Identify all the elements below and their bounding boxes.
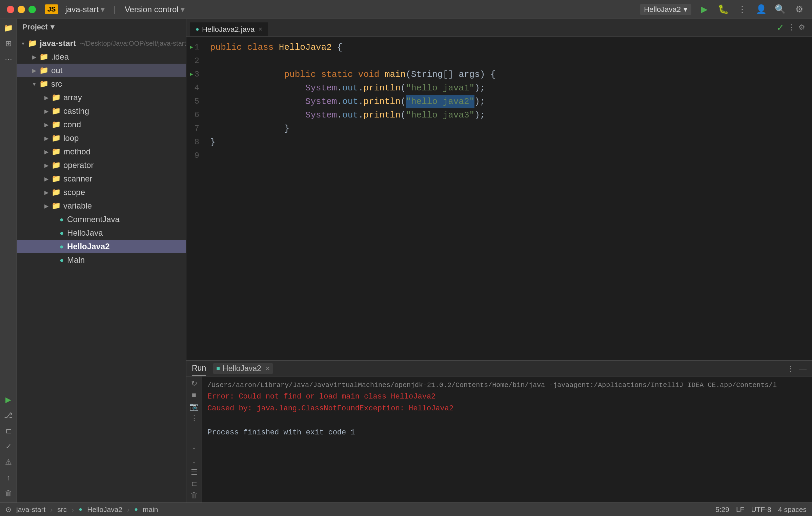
close-button[interactable] bbox=[7, 6, 14, 13]
activity-run-icon[interactable]: ▶ bbox=[2, 393, 15, 406]
stop-icon[interactable]: ■ bbox=[192, 391, 196, 400]
settings-icon[interactable]: ⋮ bbox=[190, 414, 198, 423]
code-editor[interactable]: ▶1 2 ▶3 4 💡5 6 7 8 9 public class HelloJ… bbox=[186, 37, 812, 360]
more-options-icon[interactable]: ⋮ bbox=[788, 23, 795, 32]
tree-item-Main[interactable]: ● Main bbox=[17, 253, 186, 267]
trash-icon[interactable]: 🗑 bbox=[190, 491, 198, 500]
project-selector[interactable]: java-start ▾ bbox=[65, 5, 105, 14]
activity-git2-icon[interactable]: ↑ bbox=[2, 471, 15, 484]
tree-item-operator[interactable]: ▶ 📁 operator bbox=[17, 158, 186, 172]
titlebar-right: HelloJava2 ▾ ▶ 🐛 ⋮ 👤 🔍 ⚙ bbox=[640, 3, 805, 16]
run-tab-close-button[interactable]: × bbox=[265, 364, 270, 373]
tree-item-HelloJava[interactable]: ● HelloJava bbox=[17, 226, 186, 240]
main-layout: 📁 ⊞ ⋯ ▶ ⎇ ⊏ ✓ ⚠ ↑ 🗑 Project ▾ ▾ 📁 java-s… bbox=[0, 19, 812, 502]
activity-git-icon[interactable]: ⎇ bbox=[2, 409, 15, 422]
tree-item-variable[interactable]: ▶ 📁 variable bbox=[17, 199, 186, 213]
output-process-done: Process finished with exit code 1 bbox=[207, 427, 807, 438]
line-num-5: 💡5 bbox=[186, 95, 202, 108]
tree-label: java-start bbox=[40, 39, 76, 48]
vcs-selector[interactable]: Version control ▾ bbox=[125, 5, 185, 14]
run-button[interactable]: ▶ bbox=[698, 3, 710, 16]
run-tab-item[interactable]: ■ HelloJava2 × bbox=[213, 363, 273, 374]
tree-item-casting[interactable]: ▶ 📁 casting bbox=[17, 104, 186, 118]
editor-tab-HelloJava2[interactable]: ● HelloJava2.java × bbox=[190, 22, 268, 36]
run-gutter-3[interactable]: ▶ bbox=[190, 70, 193, 79]
expand-icon: ▾ bbox=[20, 40, 26, 47]
run-gutter-1[interactable]: ▶ bbox=[190, 43, 193, 52]
tree-item-out[interactable]: ▶ 📁 out bbox=[17, 64, 186, 77]
status-lf[interactable]: LF bbox=[736, 506, 745, 514]
status-position[interactable]: 5:29 bbox=[715, 506, 729, 514]
tree-label: scanner bbox=[63, 174, 92, 184]
tab-filename: HelloJava2.java bbox=[202, 25, 255, 34]
scroll-down-icon[interactable]: ↓ bbox=[192, 456, 196, 465]
tree-item-loop[interactable]: ▶ 📁 loop bbox=[17, 131, 186, 145]
activity-delete-icon[interactable]: 🗑 bbox=[2, 487, 15, 500]
layout-icon[interactable]: ⊏ bbox=[191, 479, 197, 488]
tree-item-cond[interactable]: ▶ 📁 cond bbox=[17, 118, 186, 131]
scroll-up-icon[interactable]: ↑ bbox=[192, 445, 196, 454]
status-branch-icon: ⊙ bbox=[5, 506, 12, 514]
status-class[interactable]: HelloJava2 bbox=[87, 506, 122, 514]
tree-item-src[interactable]: ▾ 📁 src bbox=[17, 77, 186, 91]
project-badge: JS bbox=[45, 4, 58, 14]
output-path: /Users/aaron/Library/Java/JavaVirtualMac… bbox=[207, 380, 807, 391]
tree-item-scope[interactable]: ▶ 📁 scope bbox=[17, 186, 186, 199]
tree-item-idea[interactable]: ▶ 📁 .idea bbox=[17, 50, 186, 64]
search-button[interactable]: 🔍 bbox=[774, 3, 786, 16]
tree-item-HelloJava2[interactable]: ● HelloJava2 bbox=[17, 240, 186, 253]
maximize-button[interactable] bbox=[28, 6, 36, 13]
output-blank bbox=[207, 414, 807, 426]
activity-terminal-icon[interactable]: ⊏ bbox=[2, 425, 15, 437]
settings-button[interactable]: ⚙ bbox=[793, 3, 805, 16]
tree-label: method bbox=[63, 147, 90, 156]
rerun-icon[interactable]: ↻ bbox=[191, 379, 197, 388]
status-indent[interactable]: 4 spaces bbox=[778, 506, 807, 514]
folder-icon: 📁 bbox=[52, 201, 61, 210]
activity-problems-icon[interactable]: ⚠ bbox=[2, 456, 15, 469]
editor-tab-actions: ✓ ⋮ ⚙ bbox=[776, 19, 809, 36]
tree-item-java-start[interactable]: ▾ 📁 java-start ~/Desktop/Java:OOP/self/j… bbox=[17, 37, 186, 50]
code-line-9 bbox=[207, 149, 812, 163]
run-tab-label: HelloJava2 bbox=[223, 364, 261, 373]
settings-icon[interactable]: ⚙ bbox=[798, 23, 805, 32]
tree-item-array[interactable]: ▶ 📁 array bbox=[17, 91, 186, 104]
bottom-panel: Run ■ HelloJava2 × ⋮ — ↻ ■ 📷 ⋮ bbox=[186, 360, 812, 502]
run-config-selector[interactable]: HelloJava2 ▾ bbox=[640, 4, 691, 15]
tree-item-CommentJava[interactable]: ● CommentJava bbox=[17, 213, 186, 226]
folder-icon: 📁 bbox=[52, 161, 61, 170]
filter-icon[interactable]: ☰ bbox=[191, 468, 198, 477]
status-branch[interactable]: java-start bbox=[16, 506, 45, 514]
activity-dots-icon[interactable]: ⋯ bbox=[2, 53, 15, 66]
status-src[interactable]: src bbox=[57, 506, 67, 514]
activity-structure-icon[interactable]: ⊞ bbox=[2, 37, 15, 50]
run-tab-class-icon: ■ bbox=[216, 365, 220, 372]
activity-todo-icon[interactable]: ✓ bbox=[2, 440, 15, 453]
bottom-tab-run[interactable]: Run bbox=[192, 361, 206, 376]
status-encoding[interactable]: UTF-8 bbox=[751, 506, 771, 514]
run-config-label: HelloJava2 bbox=[644, 5, 681, 14]
more-actions-icon[interactable]: ⋮ bbox=[787, 364, 794, 373]
activity-folder-icon[interactable]: 📁 bbox=[2, 22, 15, 35]
folder-icon: 📁 bbox=[52, 188, 61, 197]
expand-icon: ▶ bbox=[43, 135, 50, 142]
minimize-panel-icon[interactable]: — bbox=[799, 364, 807, 373]
status-separator3: › bbox=[127, 506, 129, 514]
status-method[interactable]: main bbox=[143, 506, 158, 514]
debug-button[interactable]: 🐛 bbox=[717, 3, 729, 16]
expand-icon: ▶ bbox=[31, 54, 38, 60]
tree-item-scanner[interactable]: ▶ 📁 scanner bbox=[17, 172, 186, 186]
minimize-button[interactable] bbox=[18, 6, 25, 13]
tree-label: variable bbox=[63, 201, 92, 211]
status-right: 5:29 LF UTF-8 4 spaces bbox=[715, 506, 807, 514]
restore-icon[interactable]: 📷 bbox=[189, 402, 199, 411]
more-button[interactable]: ⋮ bbox=[736, 3, 748, 16]
tab-class-icon: ● bbox=[196, 26, 199, 33]
profile-button[interactable]: 👤 bbox=[755, 3, 767, 16]
code-content[interactable]: public class HelloJava2 { public static … bbox=[207, 37, 812, 360]
tree-item-method[interactable]: ▶ 📁 method bbox=[17, 145, 186, 158]
class-icon: ● bbox=[60, 229, 64, 237]
bottom-tab-actions: ⋮ — bbox=[787, 364, 807, 373]
line-num-3: ▶3 bbox=[186, 68, 202, 81]
tab-close-button[interactable]: × bbox=[259, 26, 262, 33]
